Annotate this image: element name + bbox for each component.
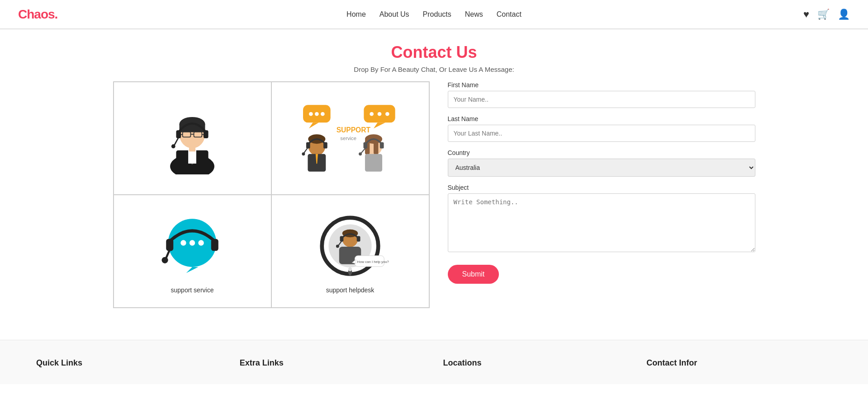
svg-line-15 <box>174 137 179 145</box>
subject-label: Subject <box>448 184 755 191</box>
first-name-input[interactable] <box>448 91 755 108</box>
footer-col-4-title: Contact Infor <box>646 358 832 368</box>
contact-heading: Contact Us Drop By For A Beauty Chat, Or… <box>113 43 755 73</box>
svg-point-52 <box>180 240 186 245</box>
svg-rect-48 <box>166 239 173 251</box>
svg-point-16 <box>171 144 175 148</box>
first-name-group: First Name <box>448 81 755 108</box>
grid-cell-1 <box>114 82 271 195</box>
footer-col-3: Locations <box>443 358 629 375</box>
grid-cell-4-label: support helpdesk <box>326 286 375 294</box>
submit-button[interactable]: Submit <box>448 265 499 284</box>
logo[interactable]: Chaos. <box>18 7 57 22</box>
subject-group: Subject <box>448 184 755 254</box>
svg-rect-3 <box>188 150 196 164</box>
svg-point-45 <box>359 152 362 155</box>
subject-textarea[interactable] <box>448 193 755 252</box>
image-grid: SUPPORT service <box>113 81 430 308</box>
footer-col-3-title: Locations <box>443 358 629 368</box>
svg-rect-14 <box>204 130 209 138</box>
header-icons: ♥ 🛒 👤 <box>803 9 850 20</box>
footer-col-4: Contact Infor <box>646 358 832 375</box>
svg-marker-18 <box>309 122 319 128</box>
grid-cell-2: SUPPORT service <box>271 82 429 195</box>
agent-illustration <box>152 102 233 174</box>
svg-point-54 <box>198 240 204 245</box>
cart-icon[interactable]: 🛒 <box>817 9 830 20</box>
svg-text:How can I help you?: How can I help you? <box>357 260 389 264</box>
svg-point-63 <box>336 245 339 248</box>
svg-rect-61 <box>357 236 360 242</box>
svg-rect-33 <box>306 142 310 149</box>
svg-point-24 <box>370 112 374 116</box>
logo-text: Chaos <box>18 7 55 21</box>
nav-about[interactable]: About Us <box>379 10 409 19</box>
logo-dot: . <box>55 7 58 21</box>
footer-grid: Quick Links Extra Links Locations Contac… <box>36 358 832 375</box>
svg-text:service: service <box>340 136 356 141</box>
svg-point-51 <box>161 257 168 263</box>
svg-rect-40 <box>374 139 378 155</box>
svg-point-67 <box>348 267 352 272</box>
last-name-input[interactable] <box>448 125 755 142</box>
country-group: Country Australia United States United K… <box>448 149 755 177</box>
nav-products[interactable]: Products <box>423 10 451 19</box>
contact-title: Contact Us <box>113 43 755 62</box>
page-content: Contact Us Drop By For A Beauty Chat, Or… <box>95 29 773 322</box>
header: Chaos. Home About Us Products News Conta… <box>0 0 868 29</box>
main-layout: SUPPORT service <box>113 81 755 308</box>
svg-point-20 <box>315 112 319 116</box>
svg-point-53 <box>190 240 195 245</box>
svg-point-26 <box>385 112 389 116</box>
footer-col-2-title: Extra Links <box>240 358 425 368</box>
svg-line-35 <box>304 148 308 153</box>
grid-cell-3: support service <box>114 195 271 308</box>
footer: Quick Links Extra Links Locations Contac… <box>0 340 868 384</box>
user-icon[interactable]: 👤 <box>838 9 850 20</box>
contact-subtitle: Drop By For A Beauty Chat, Or Leave Us A… <box>113 66 755 73</box>
footer-col-1: Quick Links <box>36 358 222 375</box>
nav-home[interactable]: Home <box>346 10 366 19</box>
svg-text:SUPPORT: SUPPORT <box>337 126 371 134</box>
svg-point-25 <box>378 112 382 116</box>
headset-illustration <box>152 209 233 281</box>
nav-contact[interactable]: Contact <box>497 10 522 19</box>
svg-marker-47 <box>186 267 199 273</box>
last-name-label: Last Name <box>448 115 755 122</box>
svg-point-21 <box>321 112 325 116</box>
contact-form: First Name Last Name Country Australia U… <box>448 81 755 284</box>
last-name-group: Last Name <box>448 115 755 142</box>
svg-rect-41 <box>365 154 382 172</box>
helpdesk-illustration: How can I help you? <box>309 209 391 281</box>
heart-icon[interactable]: ♥ <box>803 9 809 20</box>
svg-point-36 <box>302 152 305 155</box>
svg-rect-49 <box>211 239 218 251</box>
footer-col-1-title: Quick Links <box>36 358 222 368</box>
country-label: Country <box>448 149 755 156</box>
main-nav: Home About Us Products News Contact <box>346 10 522 19</box>
svg-rect-34 <box>323 142 327 149</box>
svg-point-19 <box>309 112 313 116</box>
svg-rect-43 <box>380 142 384 149</box>
first-name-label: First Name <box>448 81 755 89</box>
footer-col-2: Extra Links <box>240 358 425 375</box>
support-illustration: SUPPORT service <box>291 102 409 174</box>
country-select[interactable]: Australia United States United Kingdom C… <box>448 159 755 177</box>
svg-marker-23 <box>374 122 385 128</box>
nav-news[interactable]: News <box>465 10 483 19</box>
svg-rect-13 <box>176 130 181 138</box>
grid-cell-4: How can I help you? support helpdesk <box>271 195 429 308</box>
grid-cell-3-label: support service <box>171 286 214 294</box>
